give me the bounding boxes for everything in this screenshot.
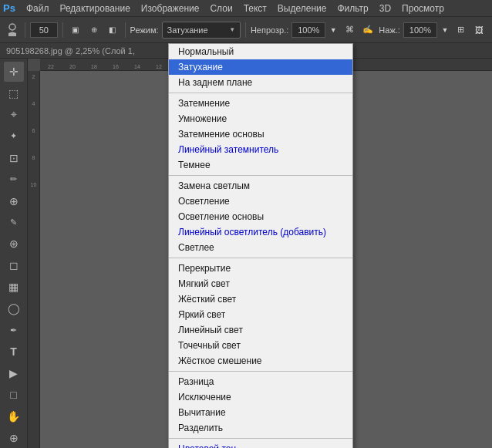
v-ruler-mark: 8 [32,155,35,160]
tool-clone[interactable]: ⊛ [4,234,24,254]
blend-dissolve[interactable]: Затухание [169,59,352,75]
tool-magic-wand[interactable]: ✦ [4,126,24,147]
btn-icon[interactable]: 🖼 [472,21,487,39]
opacity-input[interactable] [291,22,325,38]
blend-vivid-light[interactable]: Яркий свет [169,307,352,322]
divider-3 [169,258,352,258]
menu-file[interactable]: Файл [22,2,54,15]
menu-image[interactable]: Изображение [136,2,204,15]
ruler-mark: 22 [40,64,62,69]
svg-point-0 [9,24,15,30]
blend-hard-mix[interactable]: Жёсткое смешение [169,353,352,369]
tool-zoom[interactable]: ⊕ [4,428,24,448]
menu-layers[interactable]: Слои [205,2,237,15]
blend-color-dodge[interactable]: Осветление основы [169,209,352,224]
tool-dodge[interactable]: ◯ [4,298,24,318]
tool-heal[interactable]: ⊕ [4,191,24,211]
blend-darken[interactable]: Затемнение [169,96,352,111]
blend-linear-dodge[interactable]: Линейный осветлитель (добавить) [169,224,352,240]
ruler-mark: 16 [105,64,126,69]
pressure-dropdown-icon[interactable]: ▼ [440,21,450,39]
blend-hard-light[interactable]: Жёсткий свет [169,291,352,307]
pressure-area: ▼ [403,21,450,39]
tool-pen[interactable]: ✒ [4,320,24,340]
separator-3 [125,22,126,38]
opacity-label: Непрозр.: [251,25,288,35]
tool-icon[interactable] [5,21,20,39]
ruler-mark: 20 [62,64,83,69]
blend-pin-light[interactable]: Точечный свет [169,338,352,353]
blend-hue[interactable]: Цветовой тон [169,441,352,448]
tool-lasso[interactable]: ⌖ [4,105,24,125]
size-input[interactable] [30,22,58,38]
icon-3[interactable]: ◧ [105,21,120,39]
tool-marquee[interactable]: ⬚ [4,83,24,103]
blend-difference[interactable]: Разница [169,374,352,389]
icon-1[interactable]: ▣ [68,21,83,39]
airbrush-icon[interactable]: ⌘ [342,21,357,39]
blend-darker[interactable]: Темнее [169,157,352,173]
icon-2[interactable]: ⊕ [86,21,102,39]
v-ruler-mark: 4 [32,101,35,106]
blend-screen[interactable]: Осветление [169,194,352,209]
blend-subtract[interactable]: Вычитание [169,405,352,420]
blend-normal[interactable]: Нормальный [169,44,352,59]
blend-divide[interactable]: Разделить [169,420,352,436]
pressure-toggle-icon[interactable]: ⊞ [453,21,469,39]
menu-view[interactable]: Просмотр [397,2,449,15]
blend-behind[interactable]: На заднем плане [169,75,352,90]
separator-2 [62,22,63,38]
separator-4 [245,22,246,38]
v-ruler-mark: 2 [32,74,35,79]
ruler-mark: 14 [126,64,148,69]
menu-bar: Ps Файл Редактирование Изображение Слои … [0,0,492,17]
ruler-mark: 18 [83,64,105,69]
tool-path-select[interactable]: ▶ [4,363,24,383]
opacity-dropdown-icon[interactable]: ▼ [328,21,339,39]
blend-linear-burn[interactable]: Линейный затемнитель [169,142,352,157]
divider-2 [169,175,352,176]
blend-mode-dropdown-list[interactable]: Нормальный Затухание На заднем плане Зат… [168,43,353,448]
tool-hand[interactable]: ✋ [4,406,24,426]
blend-soft-light[interactable]: Мягкий свет [169,276,352,291]
blend-color-burn[interactable]: Затемнение основы [169,126,352,142]
ruler-vertical: 2 4 6 8 10 [28,71,40,448]
blend-mode-dropdown[interactable]: Затухание ▼ [162,22,241,39]
menu-text[interactable]: Текст [239,2,271,15]
tool-gradient[interactable]: ▦ [4,277,24,297]
blend-lighten[interactable]: Замена светлым [169,178,352,194]
blend-exclusion[interactable]: Исключение [169,389,352,405]
divider-4 [169,371,352,372]
menu-filter[interactable]: Фильтр [332,2,372,15]
blend-mode-value: Затухание [167,25,208,35]
menu-select[interactable]: Выделение [273,2,332,15]
blend-lighter[interactable]: Светлее [169,240,352,255]
ruler-mark: 12 [148,64,170,69]
tool-crop[interactable]: ⊡ [4,148,24,168]
menu-edit[interactable]: Редактирование [55,2,134,15]
pressure-label: Наж.: [379,25,400,35]
opacity-area: ▼ [291,21,339,39]
blend-overlay[interactable]: Перекрытие [169,261,352,276]
tool-eraser[interactable]: ◻ [4,255,24,275]
file-info-text: 905198268.jpg @ 2,25% (Слой 1, [6,46,135,56]
mode-label: Режим: [130,25,159,35]
menu-3d[interactable]: 3D [375,2,396,15]
divider-5 [169,438,352,439]
pressure-input[interactable] [403,22,437,38]
separator-1 [25,22,25,38]
dropdown-arrow-icon: ▼ [229,26,235,33]
tool-move[interactable]: ✛ [4,62,24,82]
tool-shape[interactable]: □ [4,385,24,405]
divider-1 [169,93,352,93]
v-ruler-mark: 10 [31,182,37,187]
tablet-icon[interactable]: ✍ [360,21,376,39]
blend-linear-light[interactable]: Линейный свет [169,322,352,338]
tool-type[interactable]: T [4,342,24,362]
blend-multiply[interactable]: Умножение [169,111,352,126]
toolbar: ▣ ⊕ ◧ Режим: Затухание ▼ Непрозр.: ▼ ⌘ ✍… [0,17,492,43]
ps-logo: Ps [3,2,15,14]
tool-eyedropper[interactable]: ✏ [4,170,24,190]
tools-panel: ✛ ⬚ ⌖ ✦ ⊡ ✏ ⊕ ✎ ⊛ ◻ ▦ ◯ ✒ T ▶ □ ✋ ⊕ [0,59,28,448]
tool-brush[interactable]: ✎ [4,213,24,233]
